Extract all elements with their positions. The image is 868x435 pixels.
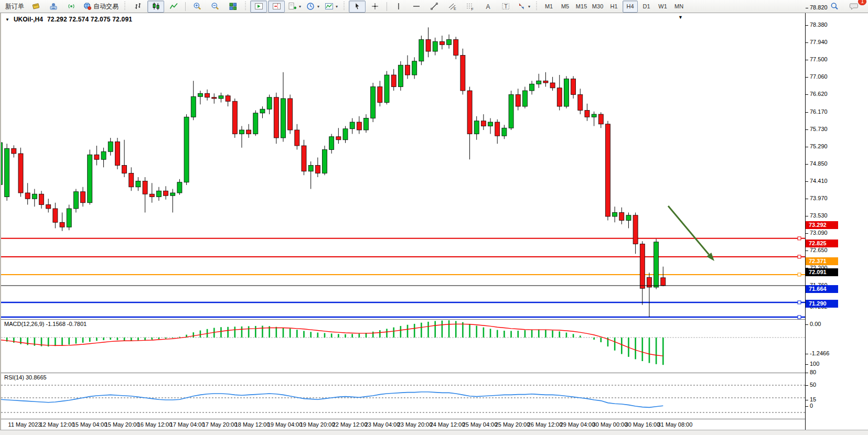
macd-indicator-label: MACD(12,26,9) -1.1568 -0.7801 [4, 321, 87, 327]
chart-shift-marker-icon[interactable]: ▼ [678, 15, 683, 20]
price-tick-label: 77.500 [806, 56, 828, 62]
price-tick-label: 73.970 [806, 195, 828, 201]
line-chart-button[interactable] [165, 1, 182, 13]
macd-signal-line [1, 324, 663, 356]
time-axis-label: 23 May 20:00 [398, 421, 433, 428]
candlestick-chart-button[interactable] [147, 1, 164, 13]
candle-body [502, 128, 507, 136]
bar-chart-button[interactable] [130, 1, 146, 13]
price-tick-label: 77.940 [806, 39, 828, 45]
line-handle[interactable] [798, 255, 801, 258]
candle-body [530, 84, 534, 91]
candle-body [101, 151, 106, 159]
candle-body [88, 155, 92, 203]
candle-body [308, 166, 313, 171]
chevron-down-icon: ▾ [336, 4, 338, 9]
cursor-icon [353, 2, 362, 10]
candle-body [156, 191, 161, 197]
candle-body [164, 191, 168, 195]
time-axis-label: 16 May 12:00 [137, 421, 173, 428]
candle-body [108, 142, 113, 152]
rsi-scale-label: 100 [806, 361, 819, 367]
candle-body [322, 150, 327, 173]
chart-shift-button[interactable] [268, 1, 285, 13]
price-tick-label: 78.820 [806, 4, 828, 10]
line-handle[interactable] [798, 316, 801, 319]
crosshair-button[interactable] [367, 1, 383, 13]
chat-button-inner-icon [850, 2, 859, 10]
time-axis[interactable]: 11 May 202312 May 12:0015 May 04:0015 Ma… [1, 419, 805, 430]
timeframe-button-m1[interactable]: M1 [541, 1, 556, 13]
search-button[interactable] [826, 1, 843, 13]
status-bar [0, 430, 868, 435]
candle-body [522, 91, 527, 106]
candle-body [170, 193, 175, 195]
search-icon [830, 2, 839, 10]
auto-trading-button[interactable]: 自动交易 [81, 1, 121, 13]
text-button[interactable]: A [479, 1, 496, 13]
templates-icon [325, 2, 334, 10]
chat-button[interactable]: 1 [846, 1, 863, 13]
new-order-button-label: 新订单 [5, 2, 24, 11]
candle-body [73, 192, 78, 209]
new-order-button[interactable]: 新订单 [3, 1, 26, 13]
candle-body [149, 194, 154, 197]
current-price-tag: 72.091 [806, 268, 838, 276]
arrows-button[interactable]: ▾ [515, 1, 532, 13]
chart-canvas[interactable] [1, 13, 805, 430]
candle-body [357, 122, 361, 130]
line-handle[interactable] [798, 237, 801, 240]
timeframe-button-w1[interactable]: W1 [655, 1, 670, 13]
toolbar-grip [123, 2, 127, 11]
level-price-tag: 73.292 [806, 221, 838, 229]
timeframe-button-m15[interactable]: M15 [574, 1, 589, 13]
candle-body [488, 122, 493, 126]
timeframe-button-h4[interactable]: H4 [623, 1, 638, 13]
templates-button[interactable]: ▾ [323, 1, 340, 13]
label-button[interactable]: T [497, 1, 514, 13]
time-axis-label: 17 May 04:00 [170, 421, 205, 428]
crosshair-icon [371, 2, 380, 10]
zoom-out-button[interactable] [207, 1, 223, 13]
candle-body [454, 40, 458, 56]
line-handle[interactable] [798, 301, 801, 304]
candle-body [467, 91, 472, 134]
one-click-arrow-icon[interactable]: ▼ [5, 17, 9, 22]
vertical-line-button[interactable] [390, 1, 407, 13]
trend-line-button[interactable] [426, 1, 443, 13]
candle-body [433, 41, 437, 51]
timeframe-button-mn[interactable]: MN [671, 1, 687, 13]
line-handle[interactable] [798, 273, 801, 276]
cursor-button[interactable] [349, 1, 366, 13]
main-toolbar: 新订单自动交易▾▾▾EFAT▾M1M5M15M30H1H4D1W1MN1 [0, 0, 868, 13]
auto-scroll-button[interactable] [250, 1, 267, 13]
zoom-in-button[interactable] [189, 1, 206, 13]
horizontal-line-icon [412, 2, 421, 10]
timeframe-button-d1[interactable]: D1 [639, 1, 654, 13]
trend-arrow[interactable] [668, 206, 709, 255]
timeframe-button-m5[interactable]: M5 [558, 1, 573, 13]
time-axis-label: 26 May 12:00 [528, 421, 563, 428]
candle-body [274, 97, 278, 138]
svg-text:E: E [454, 7, 456, 10]
signals-button[interactable] [63, 1, 80, 13]
tile-windows-button[interactable] [224, 1, 241, 13]
price-axis[interactable]: 78.82078.38077.94077.50077.06076.62076.1… [805, 13, 868, 430]
timeframe-button-m30[interactable]: M30 [590, 1, 605, 13]
indicators-button[interactable]: ▾ [286, 1, 303, 13]
fibonacci-button[interactable]: F [462, 1, 478, 13]
data-window-button[interactable] [45, 1, 62, 13]
horizontal-line-button[interactable] [408, 1, 425, 13]
market-watch-button[interactable] [27, 1, 44, 13]
price-tick-label: 73.530 [806, 212, 828, 219]
timeframe-button-h1[interactable]: H1 [606, 1, 621, 13]
price-tick-label: 75.730 [806, 126, 828, 132]
chevron-down-icon: ▾ [528, 4, 530, 9]
mt4-window: 新订单自动交易▾▾▾EFAT▾M1M5M15M30H1H4D1W1MN1 ▼ U… [0, 0, 868, 435]
candle-body [350, 122, 355, 129]
toolbar-grip [535, 2, 539, 11]
price-tick-label: 78.380 [806, 21, 828, 28]
bar-chart-icon [134, 2, 143, 10]
periods-button[interactable]: ▾ [304, 1, 322, 13]
channel-button[interactable]: E [444, 1, 460, 13]
